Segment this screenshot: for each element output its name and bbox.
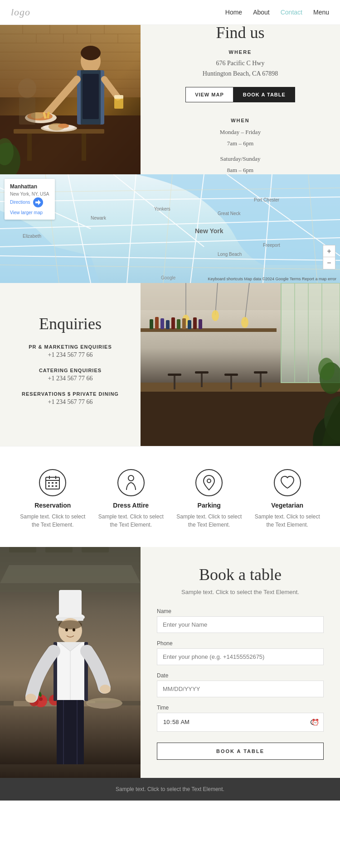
map-zoom-controls: + − <box>323 245 335 269</box>
time-label: Time <box>157 705 324 711</box>
zoom-out-button[interactable]: − <box>323 257 335 269</box>
svg-rect-125 <box>82 547 109 552</box>
svg-point-129 <box>39 697 43 701</box>
bar-image <box>141 283 340 446</box>
catering-enquiry: CATERING ENQUIRIES +1 234 567 77 66 <box>39 368 102 382</box>
svg-rect-99 <box>199 319 202 329</box>
reservations-enquiry: RESERVATIONS $ PRIVATE DINING +1 234 567… <box>22 391 119 406</box>
nav-contact[interactable]: Contact <box>281 9 302 16</box>
hours-weekday: Monday – Friday 7am – 6pm <box>220 127 261 149</box>
footer: Sample text. Click to select the Text El… <box>0 778 340 801</box>
catering-label: CATERING ENQUIRIES <box>39 368 102 373</box>
svg-rect-84 <box>201 374 203 387</box>
svg-point-141 <box>58 620 82 629</box>
icons-section: Reservation Sample text. Click to select… <box>0 446 340 547</box>
logo: logo <box>11 6 30 18</box>
nav-about[interactable]: About <box>253 9 270 16</box>
svg-rect-95 <box>177 319 180 329</box>
phone-field-group: Phone <box>157 640 324 665</box>
chef-photo <box>0 547 141 778</box>
reservations-phone: +1 234 567 77 66 <box>22 398 119 406</box>
svg-rect-118 <box>55 485 57 487</box>
svg-rect-150 <box>57 700 84 764</box>
address: 676 Pacific C Hwy Huntington Beach, CA 6… <box>203 58 278 79</box>
nav-menu[interactable]: Menu <box>313 9 329 16</box>
view-map-button[interactable]: VIEW MAP <box>185 87 233 102</box>
reservation-label: Reservation <box>34 502 71 509</box>
svg-point-76 <box>212 310 219 321</box>
map-footer: Keyboard shortcuts Map data ©2024 Google… <box>208 277 336 281</box>
svg-rect-79 <box>141 383 340 392</box>
name-input[interactable] <box>157 616 324 633</box>
dress-attire-icon <box>117 469 145 496</box>
svg-point-120 <box>207 479 211 483</box>
svg-text:Elizabeth: Elizabeth <box>23 234 41 239</box>
book-subtitle[interactable]: Sample text. Click to select the Text El… <box>157 589 324 595</box>
parking-desc[interactable]: Sample text. Click to select the Text El… <box>173 513 245 529</box>
time-field-group: Time ⏰ <box>157 705 324 732</box>
zoom-in-button[interactable]: + <box>323 245 335 257</box>
svg-text:Long Beach: Long Beach <box>218 252 242 257</box>
chef-image <box>0 547 141 778</box>
date-label: Date <box>157 672 324 679</box>
svg-rect-80 <box>141 392 340 446</box>
when-label: WHEN <box>231 118 250 123</box>
reservation-desc[interactable]: Sample text. Click to select the Text El… <box>16 513 89 529</box>
svg-rect-87 <box>254 371 267 374</box>
find-us-section: Find us WHERE 676 Pacific C Hwy Huntingt… <box>0 25 340 174</box>
find-us-image <box>0 25 141 174</box>
time-input-wrapper: ⏰ <box>157 713 324 732</box>
svg-rect-19 <box>27 134 32 161</box>
svg-rect-94 <box>171 317 175 329</box>
name-field-group: Name <box>157 608 324 633</box>
svg-text:Yonkers: Yonkers <box>154 206 170 211</box>
map-image: New York Yonkers Newark Great Neck Port … <box>0 174 340 283</box>
svg-text:Newark: Newark <box>91 216 107 221</box>
svg-rect-83 <box>195 371 209 374</box>
book-form-area: Book a table Sample text. Click to selec… <box>141 547 340 778</box>
svg-point-148 <box>25 694 36 703</box>
svg-rect-86 <box>230 376 232 389</box>
svg-rect-117 <box>52 485 53 487</box>
map-section[interactable]: New York Yonkers Newark Great Neck Port … <box>0 174 340 283</box>
icon-item-reservation: Reservation Sample text. Click to select… <box>16 469 89 529</box>
nav-home[interactable]: Home <box>225 9 242 16</box>
svg-point-143 <box>73 628 75 632</box>
icon-item-parking: Parking Sample text. Click to select the… <box>173 469 245 529</box>
action-buttons: VIEW MAP BOOK A TABLE <box>185 87 295 102</box>
icon-item-dress-attire: Dress Attire Sample text. Click to selec… <box>95 469 167 529</box>
footer-text[interactable]: Sample text. Click to select the Text El… <box>8 786 332 792</box>
map-view-larger-link[interactable]: View larger map <box>10 209 49 216</box>
svg-rect-138 <box>59 590 82 619</box>
parking-label: Parking <box>198 502 221 509</box>
svg-rect-38 <box>114 95 123 99</box>
svg-text:Port Chester: Port Chester <box>254 197 280 202</box>
vegetarian-desc[interactable]: Sample text. Click to select the Text El… <box>251 513 324 529</box>
date-input[interactable] <box>157 681 324 697</box>
dress-attire-label: Dress Attire <box>113 502 149 509</box>
book-table-button-hero[interactable]: BOOK A TABLE <box>233 87 295 102</box>
reservation-icon <box>39 469 66 496</box>
svg-rect-91 <box>155 317 159 329</box>
map-location-title: Manhattan <box>10 182 49 191</box>
dress-attire-desc[interactable]: Sample text. Click to select the Text El… <box>95 513 167 529</box>
enquiries-section: Enquiries PR & MARKETING ENQUIRIES +1 23… <box>0 283 340 446</box>
where-label: WHERE <box>229 49 252 55</box>
svg-marker-70 <box>35 200 41 205</box>
book-table-submit-button[interactable]: BOOK A TABLE <box>157 743 324 760</box>
svg-point-26 <box>81 46 101 60</box>
map-directions-link[interactable]: Directions <box>10 200 43 205</box>
time-input[interactable] <box>157 713 324 732</box>
svg-rect-90 <box>150 319 153 329</box>
svg-rect-88 <box>260 374 262 387</box>
svg-text:Freeport: Freeport <box>263 243 280 248</box>
icon-item-vegetarian: Vegetarian Sample text. Click to select … <box>251 469 324 529</box>
svg-rect-114 <box>52 482 53 484</box>
svg-point-78 <box>241 317 248 328</box>
svg-rect-97 <box>188 320 191 329</box>
reservations-label: RESERVATIONS $ PRIVATE DINING <box>22 391 119 397</box>
book-a-table-section: Book a table Sample text. Click to selec… <box>0 547 340 778</box>
svg-point-142 <box>65 628 68 632</box>
phone-input[interactable] <box>157 648 324 665</box>
pr-enquiry: PR & MARKETING ENQUIRIES +1 234 567 77 6… <box>29 344 112 359</box>
